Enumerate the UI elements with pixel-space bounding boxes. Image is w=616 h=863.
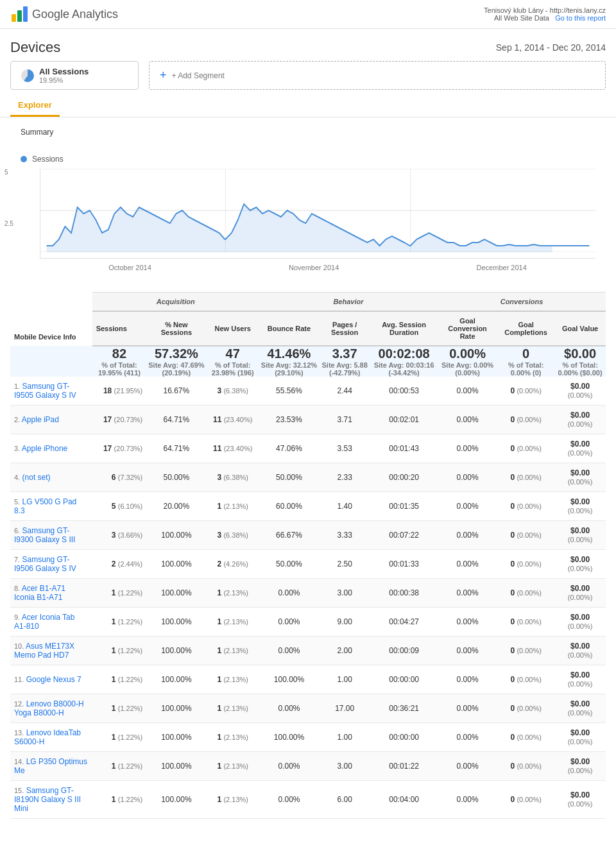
- goal-value-cell: $0.00 (0.00%): [554, 723, 606, 752]
- new-sessions-cell: 100.00%: [146, 723, 206, 752]
- ga-logo: Google Analytics: [10, 5, 118, 23]
- device-cell: 9. Acer Iconia Tab A1-810: [10, 608, 92, 637]
- sessions-cell: 1 (1.22%): [92, 608, 147, 637]
- goal-value-cell: $0.00 (0.00%): [554, 579, 606, 608]
- th-goal-value[interactable]: Goal Value: [554, 311, 606, 346]
- th-goal-comp[interactable]: Goal Completions: [497, 311, 554, 346]
- new-users-cell: 3 (6.38%): [207, 463, 259, 492]
- row-num: 10.: [14, 642, 24, 650]
- goal-conv-cell: 0.00%: [438, 434, 497, 463]
- device-cell: 6. Samsung GT-I9300 Galaxy S III: [10, 521, 92, 550]
- y-axis: 5 2.5: [4, 169, 13, 271]
- table-row: 1. Samsung GT-I9505 Galaxy S IV 18 (21.9…: [10, 377, 606, 406]
- pages-cell: 2.00: [319, 637, 370, 665]
- row-num: 12.: [14, 700, 24, 708]
- duration-cell: 00:01:35: [370, 492, 438, 521]
- total-goal-conv: 0.00% Site Avg: 0.00% (0.00%): [438, 346, 497, 377]
- pages-cell: 1.40: [319, 492, 370, 521]
- pages-cell: 3.00: [319, 752, 370, 781]
- row-num: 2.: [14, 416, 20, 423]
- th-goal-conv[interactable]: Goal Conversion Rate: [438, 311, 497, 346]
- table-row: 7. Samsung GT-I9506 Galaxy S IV 2 (2.44%…: [10, 550, 606, 579]
- new-users-cell: 1 (2.13%): [207, 637, 259, 665]
- goal-comp-cell: 0 (0.00%): [497, 665, 554, 694]
- tab-explorer[interactable]: Explorer: [10, 95, 60, 117]
- goal-conv-cell: 0.00%: [438, 694, 497, 723]
- bounce-cell: 0.00%: [259, 694, 319, 723]
- segment-label: All Sessions: [39, 67, 89, 76]
- goal-comp-cell: 0 (0.00%): [497, 492, 554, 521]
- goal-value-cell: $0.00 (0.00%): [554, 694, 606, 723]
- device-link[interactable]: Samsung GT-I9300 Galaxy S III: [14, 526, 75, 544]
- subtab-summary[interactable]: Summary: [10, 125, 64, 139]
- new-users-cell: 1 (2.13%): [207, 579, 259, 608]
- report-link[interactable]: Go to this report: [555, 14, 606, 22]
- segment-all-sessions[interactable]: All Sessions 19.95%: [10, 61, 139, 90]
- new-users-cell: 3 (6.38%): [207, 521, 259, 550]
- duration-cell: 00:04:27: [370, 608, 438, 637]
- segment-spinner: [21, 69, 34, 82]
- sessions-cell: 1 (1.22%): [92, 665, 147, 694]
- th-sessions[interactable]: Sessions: [92, 311, 147, 346]
- conversions-header: Conversions: [438, 293, 606, 312]
- tabs: Explorer: [0, 95, 616, 117]
- goal-comp-cell: 0 (0.00%): [497, 434, 554, 463]
- duration-cell: 00:00:53: [370, 377, 438, 406]
- new-sessions-cell: 100.00%: [146, 550, 206, 579]
- goal-comp-cell: 0 (0.00%): [497, 463, 554, 492]
- table-row: 2. Apple iPad 17 (20.73%) 64.71% 11 (23.…: [10, 406, 606, 434]
- device-link[interactable]: LG V500 G Pad 8.3: [14, 497, 76, 515]
- device-link[interactable]: Lenovo IdeaTab S6000-H: [14, 728, 81, 746]
- goal-value-cell: $0.00 (0.00%): [554, 492, 606, 521]
- goal-conv-cell: 0.00%: [438, 550, 497, 579]
- row-num: 8.: [14, 585, 20, 592]
- device-link[interactable]: Lenovo B8000-H Yoga B8000-H: [14, 699, 84, 717]
- table-row: 5. LG V500 G Pad 8.3 5 (6.10%) 20.00% 1 …: [10, 492, 606, 521]
- header: Google Analytics Tenisový klub Lány - ht…: [0, 0, 616, 29]
- new-sessions-cell: 100.00%: [146, 521, 206, 550]
- table-row: 15. Samsung GT-I8190N Galaxy S III Mini …: [10, 781, 606, 819]
- device-link[interactable]: Samsung GT-I8190N Galaxy S III Mini: [14, 786, 81, 813]
- duration-cell: 00:36:21: [370, 694, 438, 723]
- device-link[interactable]: (not set): [22, 473, 51, 482]
- device-link[interactable]: Samsung GT-I9505 Galaxy S IV: [14, 382, 76, 400]
- goal-conv-cell: 0.00%: [438, 492, 497, 521]
- header-left: Google Analytics: [10, 5, 118, 23]
- sessions-cell: 1 (1.22%): [92, 637, 147, 665]
- goal-comp-cell: 0 (0.00%): [497, 694, 554, 723]
- sessions-cell: 1 (1.22%): [92, 694, 147, 723]
- sessions-cell: 1 (1.22%): [92, 752, 147, 781]
- th-new-users[interactable]: New Users: [207, 311, 259, 346]
- total-sessions: 82 % of Total: 19.95% (411): [92, 346, 147, 377]
- th-pages-session[interactable]: Pages / Session: [319, 311, 370, 346]
- device-link[interactable]: Apple iPad: [22, 415, 59, 424]
- new-sessions-cell: 100.00%: [146, 752, 206, 781]
- th-bounce-rate[interactable]: Bounce Rate: [259, 311, 319, 346]
- th-new-sessions[interactable]: % New Sessions: [146, 311, 206, 346]
- duration-cell: 00:00:00: [370, 665, 438, 694]
- total-bounce: 41.46% Site Avg: 32.12% (29.10%): [259, 346, 319, 377]
- device-link[interactable]: Apple iPhone: [22, 444, 67, 453]
- add-segment[interactable]: + + Add Segment: [149, 61, 606, 90]
- pages-cell: 3.00: [319, 579, 370, 608]
- chart-label-nov: November 2014: [289, 264, 339, 271]
- row-num: 11.: [14, 676, 24, 683]
- pages-cell: 1.00: [319, 723, 370, 752]
- chart-label-oct: October 2014: [108, 264, 151, 271]
- duration-cell: 00:00:00: [370, 723, 438, 752]
- behavior-header: Behavior: [259, 293, 438, 312]
- pages-cell: 2.44: [319, 377, 370, 406]
- goal-comp-cell: 0 (0.00%): [497, 521, 554, 550]
- pages-cell: 3.53: [319, 434, 370, 463]
- y-mid: 2.5: [4, 220, 13, 227]
- device-link[interactable]: Acer Iconia Tab A1-810: [14, 613, 74, 631]
- bounce-cell: 60.00%: [259, 492, 319, 521]
- pages-cell: 3.33: [319, 521, 370, 550]
- device-cell: 7. Samsung GT-I9506 Galaxy S IV: [10, 550, 92, 579]
- th-avg-duration[interactable]: Avg. Session Duration: [370, 311, 438, 346]
- device-link[interactable]: Google Nexus 7: [26, 675, 81, 684]
- row-num: 9.: [14, 613, 20, 621]
- device-link[interactable]: Asus ME173X Memo Pad HD7: [14, 642, 74, 660]
- device-link[interactable]: Samsung GT-I9506 Galaxy S IV: [14, 555, 76, 573]
- device-link[interactable]: LG P350 Optimus Me: [14, 757, 87, 775]
